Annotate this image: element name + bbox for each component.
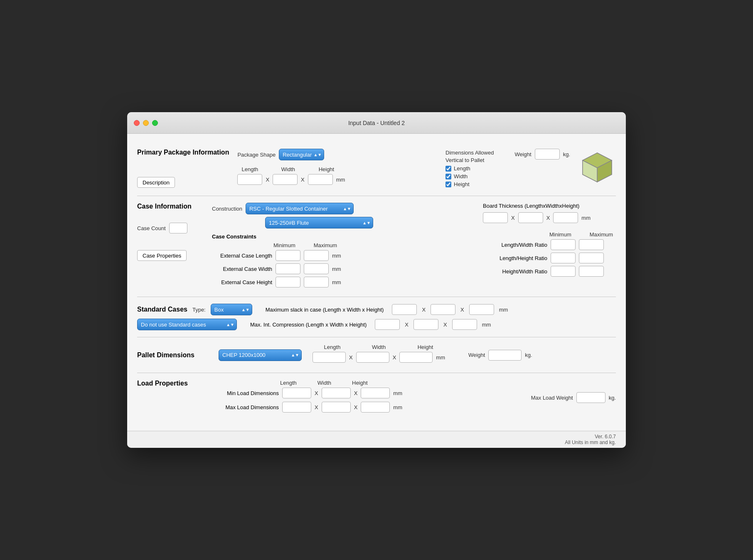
case-properties-button[interactable]: Case Properties [137,250,187,261]
flute-select[interactable]: 125-250#B Flute [265,217,373,228]
max-load-h[interactable]: 1345 [361,402,390,413]
ext-width-row: External Case Width 50 600 mm [212,263,341,274]
case-count-input[interactable]: 6 [169,223,187,233]
ml-x1: X [315,390,318,396]
construction-label: Construction [212,206,242,212]
primary-unit: mm [336,177,345,183]
box-3d-icon [578,149,616,186]
pallet-type-select-wrap: CHEP 1200x1000 ▲▼ [219,349,302,361]
primary-length-input[interactable]: 128 [237,174,262,185]
weight-unit: kg. [563,151,570,157]
ext-length-min[interactable]: 50 [276,250,300,261]
ext-length-max[interactable]: 600 [304,250,329,261]
pallet-weight-input[interactable]: 30 [488,350,522,361]
lw-max-input[interactable]: 3 [579,239,604,250]
hw-min-input[interactable]: 0.5 [551,266,576,277]
construction-select[interactable]: RSC - Regular Slotted Container [246,203,354,214]
max-load-w[interactable]: 1000 [322,402,351,413]
package-shape-select[interactable]: Rectangular [279,149,324,160]
x2: X [301,177,305,183]
lh-ratio-label: Length/Height Ratio [483,255,547,261]
package-shape-select-wrap: Rectangular ▲▼ [279,149,324,160]
max-col-label: Maximum [314,242,337,248]
min-col-label: Minimum [273,242,295,248]
bt-l-input[interactable]: 6.35 [483,212,508,223]
min-load-unit: mm [393,390,402,396]
int-l-input[interactable]: 0 [375,319,400,330]
type-select-wrap: Box ▲▼ [211,304,252,315]
lh-min-input[interactable]: 0.5 [551,253,576,263]
close-button[interactable] [134,120,140,126]
pallet-height-input[interactable]: 145 [399,352,433,363]
max-load-unit: mm [393,404,402,410]
case-section: Case Information Case Count 6 Case Prope… [137,196,616,297]
pallet-width-header: Width [362,344,396,350]
construction-select-wrap: RSC - Regular Slotted Container ▲▼ [246,203,354,214]
case-section-title: Case Information [137,203,204,210]
ext-height-max[interactable]: 600 [304,277,329,287]
min-load-h[interactable]: 200 [361,388,390,398]
width-checkbox-row: Width [445,173,494,179]
traffic-lights [134,120,158,126]
ext-height-min[interactable]: 50 [276,277,300,287]
width-checkbox[interactable] [445,174,451,179]
hw-ratio-label: Height/Width Ratio [483,268,547,275]
primary-width-input[interactable]: 113 [273,174,298,185]
ext-height-row: External Case Height 50 600 mm [212,277,341,287]
height-checkbox[interactable] [445,182,451,187]
pallet-length-input[interactable]: 1200 [313,352,346,363]
slack-x2: X [460,307,464,313]
footer: Ver. 6.0.7 All Units in mm and kg. [127,431,626,448]
slack-w-input[interactable]: 25 [431,304,455,315]
int-w-input[interactable]: 0 [413,319,438,330]
main-window: Input Data - Untitled 2 Primary Package … [127,112,626,448]
min-load-w[interactable]: 500 [322,388,351,398]
max-weight-input[interactable]: 1500 [576,392,605,403]
pallet-length-header: Length [316,344,349,350]
lw-min-input[interactable]: 1 [551,239,576,250]
bt-h-input[interactable]: 12.70 [553,212,578,223]
min-load-l[interactable]: 500 [282,388,311,398]
pallet-width-input[interactable]: 1000 [356,352,389,363]
ext-width-label: External Case Width [212,266,272,272]
hw-max-input[interactable]: 3 [579,266,604,277]
type-select[interactable]: Box [211,304,252,315]
hw-ratio-row: Height/Width Ratio 0.5 3 [483,266,616,277]
height-checkbox-row: Height [445,181,494,187]
do-not-use-select[interactable]: Do not use Standard cases [137,319,237,330]
ext-height-unit: mm [332,279,341,285]
pallet-section: Pallet Dimensions CHEP 1200x1000 ▲▼ Leng… [137,337,616,373]
primary-height-input[interactable]: 175 [308,174,333,185]
height-col-header: Height [314,166,339,172]
ext-width-unit: mm [332,266,341,272]
max-load-l[interactable]: 1200 [282,402,311,413]
bt-x1: X [511,215,515,221]
pallet-section-title: Pallet Dimensions [137,351,212,359]
ratio-min-label: Minimum [549,231,571,238]
ext-width-min[interactable]: 50 [276,263,300,274]
length-checkbox[interactable] [445,166,451,172]
length-checkbox-label: Length [454,165,470,172]
int-x1: X [405,322,408,328]
bt-w-input[interactable]: 6.35 [518,212,543,223]
ml-x2: X [354,390,358,396]
lh-max-input[interactable]: 3 [579,253,604,263]
weight-input[interactable]: 1 [535,149,560,160]
ext-width-max[interactable]: 600 [304,263,329,274]
minimize-button[interactable] [143,120,149,126]
height-checkbox-label: Height [454,181,470,187]
int-h-input[interactable]: 0 [452,319,477,330]
primary-section-title: Primary Package Information [137,149,229,156]
slack-l-input[interactable]: 25 [392,304,417,315]
standard-section: Standard Cases Type: Box ▲▼ Maximum slac… [137,297,616,337]
do-not-use-select-wrap: Do not use Standard cases ▲▼ [137,319,237,330]
min-load-label: Min Load Dimensions [219,390,279,396]
pallet-type-select[interactable]: CHEP 1200x1000 [219,349,302,361]
slack-x1: X [422,307,426,313]
load-width-header: Width [317,380,331,386]
pallet-height-header: Height [409,344,442,350]
description-button[interactable]: Description [137,177,175,188]
bt-unit: mm [581,215,591,221]
maximize-button[interactable] [152,120,158,126]
slack-h-input[interactable]: 25 [469,304,494,315]
